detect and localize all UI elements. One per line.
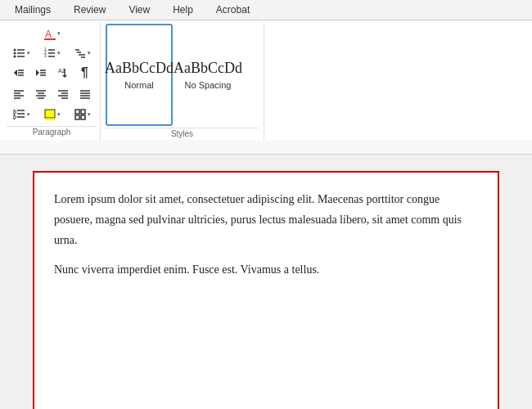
svg-marker-48 bbox=[14, 110, 16, 115]
paragraph-group-label: Paragraph bbox=[7, 126, 97, 138]
svg-text:3.: 3. bbox=[44, 53, 47, 58]
svg-rect-50 bbox=[45, 110, 55, 118]
toolbar: A ▾ ▾ 1.2.3. ▾ ▾ bbox=[0, 20, 532, 140]
increase-indent-btn[interactable] bbox=[30, 63, 52, 83]
paragraph-2: Nunc viverra imperdiet enim. Fusce est. … bbox=[54, 259, 478, 280]
sort-btn[interactable]: AZ bbox=[52, 63, 74, 83]
multilevel-list-btn[interactable]: ▾ bbox=[67, 43, 97, 63]
document-area: Lorem ipsum dolor sit amet, consectetuer… bbox=[0, 155, 532, 409]
tab-mailings[interactable]: Mailings bbox=[3, 0, 62, 20]
svg-rect-55 bbox=[81, 115, 85, 119]
svg-rect-53 bbox=[81, 110, 85, 114]
align-row bbox=[8, 84, 96, 104]
normal-style-btn[interactable]: AaBbCcDd Normal bbox=[106, 24, 173, 126]
center-btn[interactable] bbox=[30, 84, 52, 104]
shading-btn[interactable]: ▾ bbox=[37, 105, 66, 124]
document-page[interactable]: Lorem ipsum dolor sit amet, consectetuer… bbox=[33, 171, 499, 409]
highlight-row: A ▾ bbox=[41, 24, 62, 43]
svg-point-6 bbox=[13, 56, 16, 58]
tab-help[interactable]: Help bbox=[161, 0, 205, 20]
tab-acrobat[interactable]: Acrobat bbox=[205, 0, 261, 20]
normal-style-text: AaBbCcDd bbox=[105, 60, 174, 77]
highlight-clear-btn[interactable]: A ▾ bbox=[41, 24, 62, 43]
svg-marker-18 bbox=[14, 70, 17, 76]
svg-marker-22 bbox=[36, 70, 39, 76]
bullets-btn[interactable]: ▾ bbox=[7, 43, 36, 63]
svg-point-4 bbox=[13, 52, 16, 55]
nospacing-style-text: AaBbCcDd bbox=[174, 60, 242, 77]
ribbon-tab-bar: Mailings Review View Help Acrobat bbox=[0, 0, 532, 20]
borders-btn[interactable]: ▾ bbox=[67, 105, 97, 124]
pilcrow-btn[interactable]: ¶ bbox=[74, 63, 96, 83]
tab-review[interactable]: Review bbox=[62, 0, 117, 20]
paragraph-group: A ▾ ▾ 1.2.3. ▾ ▾ bbox=[3, 22, 101, 140]
nospacing-style-label: No Spacing bbox=[185, 80, 232, 90]
align-left-btn[interactable] bbox=[8, 84, 29, 104]
line-spacing-btn[interactable]: ▾ bbox=[7, 105, 36, 124]
svg-marker-28 bbox=[62, 75, 67, 78]
ruler bbox=[0, 140, 532, 155]
tab-view[interactable]: View bbox=[117, 0, 161, 20]
normal-style-label: Normal bbox=[124, 80, 153, 90]
align-right-btn[interactable] bbox=[52, 84, 74, 104]
styles-group-label: Styles bbox=[106, 128, 259, 138]
spacing-row: ▾ ▾ ▾ bbox=[7, 105, 97, 124]
nospacing-style-btn[interactable]: AaBbCcDd No Spacing bbox=[174, 24, 241, 126]
styles-group: AaBbCcDd Normal AaBbCcDd No Spacing Styl… bbox=[101, 22, 264, 140]
indent-row: AZ ¶ bbox=[8, 63, 96, 83]
svg-rect-52 bbox=[75, 110, 79, 114]
justify-btn[interactable] bbox=[74, 84, 96, 104]
styles-buttons-row: AaBbCcDd Normal AaBbCcDd No Spacing bbox=[106, 24, 259, 126]
svg-text:A: A bbox=[45, 29, 52, 40]
numbering-btn[interactable]: 1.2.3. ▾ bbox=[37, 43, 66, 63]
svg-marker-49 bbox=[14, 115, 16, 119]
list-row: ▾ 1.2.3. ▾ ▾ bbox=[7, 43, 97, 63]
paragraph-1: Lorem ipsum dolor sit amet, consectetuer… bbox=[54, 189, 478, 251]
decrease-indent-btn[interactable] bbox=[8, 63, 29, 83]
svg-rect-54 bbox=[75, 115, 79, 119]
svg-point-2 bbox=[13, 49, 16, 52]
